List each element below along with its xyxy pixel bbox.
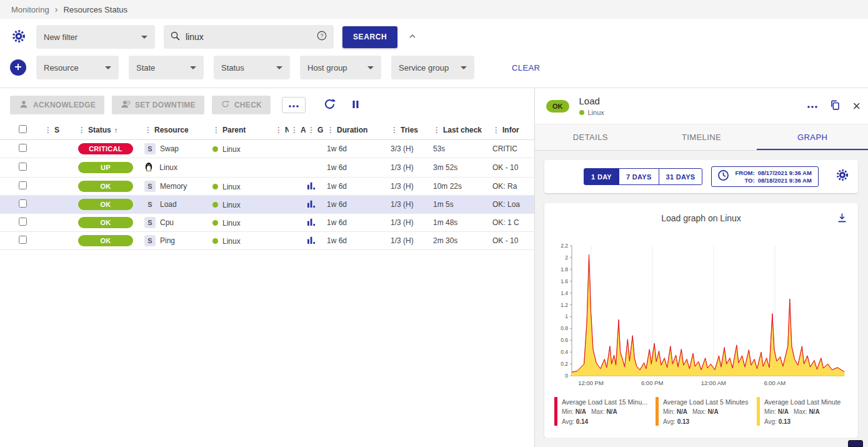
chevron-up-icon [407,31,417,43]
column-header-tries[interactable]: Tries [389,121,431,140]
column-drag-handle-icon[interactable] [433,126,443,134]
refresh-arrow-icon [221,99,230,111]
column-drag-handle-icon[interactable] [391,126,401,134]
more-actions-button[interactable] [282,97,306,113]
table-row-memory[interactable]: OK Memory Linux 1w 6d 1/3 (H) 10m 22s OK… [0,178,534,196]
row-checkbox[interactable] [19,163,27,171]
check-button[interactable]: CHECK [212,96,271,114]
table-row-ping[interactable]: OK Ping Linux 1w 6d 1/3 (H) 2m 30s OK - … [0,232,534,250]
pause-autorefresh-button[interactable] [349,98,362,113]
custom-period-button[interactable]: FROM: 08/17/2021 9:36 AM TO: 08/18/2021 … [711,166,818,187]
svg-text:2.2: 2.2 [561,243,568,249]
column-header-notes[interactable]: N [273,121,289,140]
column-drag-handle-icon[interactable] [44,126,54,134]
export-graph-button[interactable] [835,211,849,227]
row-checkbox[interactable] [19,218,27,226]
column-drag-handle-icon[interactable] [291,126,301,134]
status-badge: OK [78,181,133,192]
last-check-cell: 1m 48s [431,214,491,232]
copy-link-button[interactable] [828,98,842,114]
column-header-parent[interactable]: Parent [211,121,273,140]
row-checkbox[interactable] [19,199,27,208]
range-1-day-button[interactable]: 1 DAY [584,168,619,185]
legend-item-load-1min[interactable]: Average Load Last Minute Min: N/AMax: N/… [757,397,852,426]
copy-icon [829,99,841,113]
column-header-severity[interactable]: S [42,121,76,140]
row-checkbox[interactable] [19,181,27,189]
close-panel-button[interactable] [851,98,862,114]
graph-settings-button[interactable] [834,167,851,185]
panel-parent-label[interactable]: Linux [588,109,604,116]
table-header-row: S Status Resource Parent N A G Duration … [0,121,534,140]
row-checkbox[interactable] [19,236,27,244]
search-help-icon[interactable]: ? [316,30,327,44]
to-value: 08/18/2021 9:36 AM [758,177,812,184]
column-header-graph[interactable]: G [306,121,325,140]
search-box[interactable]: ? [164,25,334,49]
search-input[interactable] [186,32,311,42]
tries-cell: 1/3 (H) [389,178,431,196]
tries-cell: 1/3 (H) [389,214,431,232]
clear-filters-button[interactable]: CLEAR [512,63,540,73]
filter-settings-button[interactable] [10,28,27,47]
select-all-checkbox[interactable] [19,125,27,133]
range-7-days-button[interactable]: 7 DAYS [619,168,659,185]
status-filter-select[interactable]: Status [214,56,290,79]
plus-icon [14,63,22,73]
service-group-filter-select[interactable]: Service group [391,56,474,79]
load-graph-svg[interactable]: 12:00 PM6:00 PM12:00 AM6:00 AM00.20.40.6… [551,241,852,391]
column-drag-handle-icon[interactable] [144,126,154,134]
column-drag-handle-icon[interactable] [78,126,88,134]
column-header-status[interactable]: Status [76,121,142,140]
table-row-swap[interactable]: CRITICAL Swap Linux 1w 6d 3/3 (H) 53s CR… [0,140,534,158]
acknowledge-button[interactable]: ACKNOWLEDGE [10,96,104,114]
row-checkbox[interactable] [19,144,27,152]
gear-icon [836,168,849,184]
svg-text:1: 1 [565,313,568,319]
tab-details[interactable]: DETAILS [535,124,646,150]
svg-text:12:00 AM: 12:00 AM [701,379,726,386]
graph-icon[interactable] [307,237,316,246]
graph-icon[interactable] [307,219,316,228]
breadcrumb-item-resources-status: Resources Status [63,5,127,14]
column-header-information[interactable]: Infor [491,121,534,140]
collapse-filters-button[interactable] [406,30,419,44]
column-drag-handle-icon[interactable] [275,126,285,134]
column-header-action[interactable]: A [289,121,306,140]
resource-filter-select[interactable]: Resource [36,56,119,79]
column-drag-handle-icon[interactable] [307,126,317,134]
saved-filter-select[interactable]: New filter [36,25,155,49]
table-row-cpu[interactable]: OK Cpu Linux 1w 6d 1/3 (H) 1m 48s OK: 1 … [0,214,534,232]
column-drag-handle-icon[interactable] [492,126,502,134]
graph-icon[interactable] [307,183,316,191]
add-criteria-button[interactable] [10,59,26,76]
table-row-linux-host[interactable]: UP Linux 1w 6d 1/3 (H) 3m 52s OK - 10 [0,158,534,178]
legend-item-load-15min[interactable]: Average Load Last 15 Minu... Min: N/AMax… [554,397,649,426]
panel-more-button[interactable] [806,100,819,112]
tab-timeline[interactable]: TIMELINE [646,124,757,150]
column-header-last-check[interactable]: Last check [431,121,491,140]
column-header-resource[interactable]: Resource [142,121,211,140]
svg-text:0.6: 0.6 [561,337,568,343]
legend-color-swatch [757,397,760,426]
column-drag-handle-icon[interactable] [212,126,222,134]
column-drag-handle-icon[interactable] [327,126,337,134]
host-group-filter-select[interactable]: Host group [300,56,381,79]
search-button[interactable]: SEARCH [342,26,397,48]
set-downtime-button[interactable]: SET DOWNTIME [112,96,204,114]
parent-status-dot [212,220,218,226]
refresh-button[interactable] [322,96,337,114]
column-header-duration[interactable]: Duration [325,121,389,140]
tab-graph[interactable]: GRAPH [757,124,868,150]
parent-status-dot [579,110,584,115]
actions-toolbar: ACKNOWLEDGE SET DOWNTIME CHECK [0,88,534,121]
service-icon [144,181,156,192]
chat-widget-peek[interactable] [848,440,863,447]
legend-item-load-5min[interactable]: Average Load Last 5 Minutes Min: N/AMax:… [656,397,751,426]
information-cell: OK: 1 C [491,214,534,232]
range-31-days-button[interactable]: 31 DAYS [659,168,703,185]
table-row-load[interactable]: OK Load Linux 1w 6d 1/3 (H) 1m 5s OK: Lo… [0,196,534,214]
breadcrumb-item-monitoring[interactable]: Monitoring [11,5,49,14]
state-filter-select[interactable]: State [129,56,204,79]
graph-icon[interactable] [307,201,316,209]
